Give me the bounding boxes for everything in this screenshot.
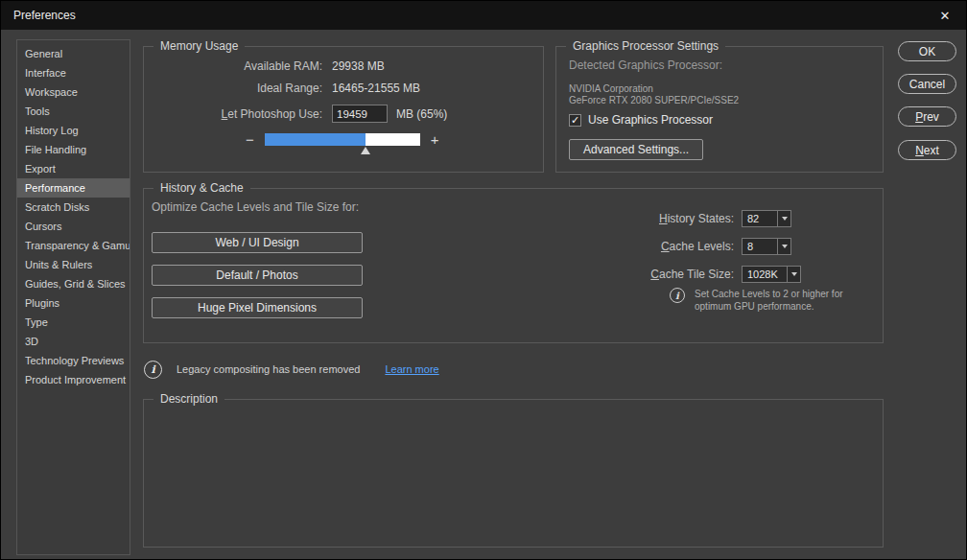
gpu-tip: i Set Cache Levels to 2 or higher for op… [670, 288, 860, 313]
chevron-down-icon [787, 267, 800, 282]
title-bar: Preferences ✕ [1, 1, 966, 30]
cancel-button[interactable]: Cancel [898, 74, 956, 94]
ideal-range-value: 16465-21555 MB [332, 82, 420, 95]
sidebar-item-3d[interactable]: 3D [17, 332, 130, 351]
sidebar-item-history-log[interactable]: History Log [17, 121, 130, 140]
sidebar-item-file-handling[interactable]: File Handling [17, 140, 130, 159]
cache-levels-dropdown[interactable]: 8 [742, 238, 791, 255]
info-icon: i [670, 288, 685, 303]
history-states-dropdown[interactable]: 82 [742, 210, 791, 227]
legacy-compositing-text: Legacy compositing has been removed [177, 363, 360, 375]
detected-gpu-label: Detected Graphics Processor: [569, 58, 722, 72]
preset-huge-pixel-dimensions-button[interactable]: Huge Pixel Dimensions [152, 297, 363, 318]
next-button-label: Next [915, 144, 939, 157]
available-ram-value: 29938 MB [332, 59, 385, 73]
use-graphics-processor-label: Use Graphics Processor [588, 113, 713, 127]
history-states-row: History States: 82 [547, 210, 791, 227]
sidebar-item-product-improvement[interactable]: Product Improvement [17, 370, 130, 389]
cache-tile-size-value: 1028K [743, 267, 787, 282]
ok-button[interactable]: OK [898, 41, 956, 61]
sidebar-item-tools[interactable]: Tools [17, 102, 130, 121]
memory-slider[interactable] [265, 133, 420, 146]
memory-slider-row: − + [246, 133, 439, 146]
sidebar-item-workspace[interactable]: Workspace [17, 82, 130, 102]
cache-tile-size-label: Cache Tile Size: [547, 268, 734, 281]
gpu-tip-text: Set Cache Levels to 2 or higher for opti… [695, 288, 860, 313]
use-graphics-processor-checkbox: ✓ [569, 114, 581, 127]
description-section: Description [143, 399, 884, 548]
sidebar-item-export[interactable]: Export [17, 159, 130, 178]
optimize-cache-label: Optimize Cache Levels and Tile Size for: [152, 200, 359, 214]
learn-more-link[interactable]: Learn more [385, 363, 438, 375]
slider-fill [265, 133, 366, 146]
slider-minus-icon: − [246, 133, 254, 146]
description-title: Description [153, 392, 224, 406]
sidebar-item-scratch-disks[interactable]: Scratch Disks [17, 198, 130, 217]
preferences-sidebar: General Interface Workspace Tools Histor… [16, 39, 130, 555]
history-cache-title: History & Cache [153, 181, 250, 195]
preferences-dialog: Preferences ✕ General Interface Workspac… [0, 0, 967, 560]
prev-button[interactable]: Prev [898, 106, 956, 127]
sidebar-item-transparency-gamut[interactable]: Transparency & Gamut [17, 236, 130, 255]
chevron-down-icon [777, 211, 790, 226]
sidebar-item-units-rulers[interactable]: Units & Rulers [17, 255, 130, 274]
sidebar-item-general[interactable]: General [17, 44, 130, 63]
graphics-processor-title: Graphics Processor Settings [566, 39, 725, 53]
sidebar-item-plugins[interactable]: Plugins [17, 293, 130, 313]
let-photoshop-use-label: Let Photoshop Use: [144, 107, 322, 121]
close-icon[interactable]: ✕ [924, 1, 966, 30]
history-states-label: History States: [547, 212, 734, 225]
memory-usage-section: Memory Usage Available RAM: 29938 MB Ide… [143, 46, 544, 173]
graphics-processor-section: Graphics Processor Settings Detected Gra… [555, 46, 884, 173]
prev-button-label: Prev [915, 110, 939, 124]
memory-usage-title: Memory Usage [153, 39, 245, 53]
gpu-model: GeForce RTX 2080 SUPER/PCIe/SSE2 [569, 95, 739, 105]
slider-plus-icon: + [431, 133, 439, 146]
ideal-range-label: Ideal Range: [144, 82, 322, 95]
sidebar-item-cursors[interactable]: Cursors [17, 217, 130, 236]
gpu-vendor: NVIDIA Corporation [569, 83, 653, 94]
sidebar-item-guides-grid-slices[interactable]: Guides, Grid & Slices [17, 274, 130, 293]
sidebar-item-performance[interactable]: Performance [17, 178, 130, 198]
ideal-range-row: Ideal Range: 16465-21555 MB [144, 82, 543, 95]
memory-amount-input[interactable] [332, 105, 388, 123]
legacy-compositing-notice: i Legacy compositing has been removed Le… [144, 357, 439, 382]
info-icon: i [144, 361, 162, 379]
cancel-button-label: Cancel [909, 78, 945, 91]
history-states-value: 82 [743, 211, 777, 226]
sidebar-item-type[interactable]: Type [17, 313, 130, 332]
window-title: Preferences [13, 9, 76, 22]
next-button[interactable]: Next [898, 140, 956, 160]
slider-thumb[interactable] [361, 147, 370, 154]
sidebar-item-technology-previews[interactable]: Technology Previews [17, 351, 130, 370]
use-graphics-processor-toggle[interactable]: ✓ Use Graphics Processor [569, 113, 713, 127]
available-ram-label: Available RAM: [144, 59, 322, 73]
history-cache-section: History & Cache Optimize Cache Levels an… [143, 188, 884, 343]
cache-levels-row: Cache Levels: 8 [547, 238, 791, 255]
chevron-down-icon [777, 239, 790, 254]
cache-tile-size-row: Cache Tile Size: 1028K [547, 266, 801, 283]
memory-amount-suffix: MB (65%) [396, 107, 447, 121]
let-photoshop-use-row: Let Photoshop Use: MB (65%) [144, 105, 543, 123]
ok-button-label: OK [919, 45, 935, 58]
sidebar-item-interface[interactable]: Interface [17, 63, 130, 82]
preset-default-photos-button[interactable]: Default / Photos [152, 265, 363, 286]
preset-web-ui-design-button[interactable]: Web / UI Design [152, 232, 363, 253]
cache-tile-size-dropdown[interactable]: 1028K [742, 266, 801, 283]
available-ram-row: Available RAM: 29938 MB [144, 59, 543, 73]
advanced-settings-button[interactable]: Advanced Settings... [569, 139, 703, 160]
cache-levels-value: 8 [743, 239, 777, 254]
cache-levels-label: Cache Levels: [547, 240, 734, 253]
